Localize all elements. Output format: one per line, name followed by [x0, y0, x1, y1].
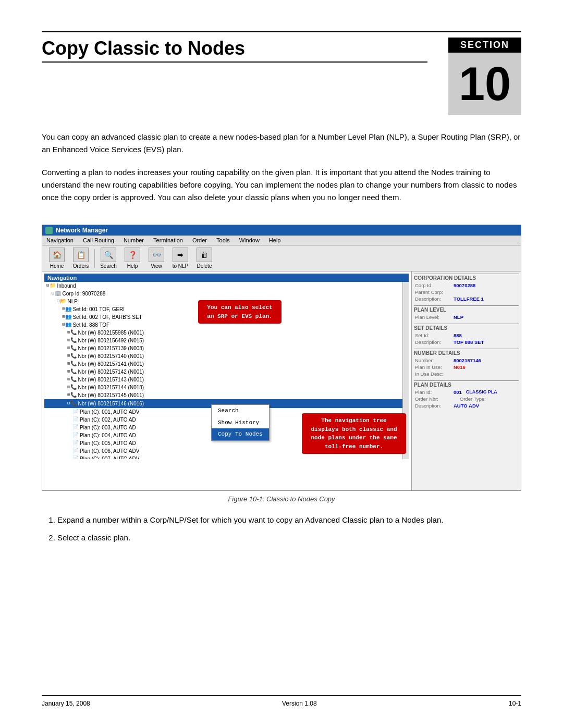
- tree-plan005-icon: 📄: [72, 439, 79, 447]
- set-desc-value: TOF 888 SET: [454, 339, 484, 345]
- footer-date: January 15, 2008: [42, 700, 90, 707]
- search-icon: 🔍: [101, 248, 116, 262]
- tree-area[interactable]: ⊟ 📁 Inbound ⊟ 🏢 Corp Id: 90070288 ⊟ 📂: [44, 282, 409, 459]
- tree-plan007[interactable]: 📄 Plan (C): 007, AUTO ADV: [44, 455, 409, 459]
- tree-nbr7139[interactable]: ⊞ 📞 Nbr (W) 8002157139 (N008): [44, 344, 409, 352]
- plan-in-use-label: Plan In Use:: [415, 364, 451, 370]
- set-id-label: Set Id:: [415, 332, 451, 338]
- tree-nbr7145[interactable]: ⊞ 📞 Nbr (W) 8002157145 (N011): [44, 391, 409, 399]
- nm-navigation-panel: Navigation ⊟ 📁 Inbound ⊟ 🏢 Corp Id: 9007…: [42, 272, 411, 490]
- page: Copy Classic to Nodes SECTION 10 You can…: [0, 0, 563, 728]
- set-id-value: 888: [454, 332, 462, 338]
- callout-nav-container: The navigation tree displays both classi…: [302, 413, 406, 454]
- number-row: Number: 8002157146: [414, 357, 519, 364]
- plan-details-section: PLAN DETAILS Plan Id: 001 CLASSIC PLA Or…: [414, 380, 519, 409]
- exp-nlp: ⊟: [57, 298, 59, 305]
- tonlp-label: to NLP: [173, 263, 189, 269]
- in-use-desc-label: In Use Desc:: [415, 371, 451, 377]
- tree-nbr7144[interactable]: ⊞ 📞 Nbr (W) 8002157144 (N018): [44, 384, 409, 391]
- set-desc-label: Description:: [415, 339, 451, 345]
- home-icon: 🏠: [49, 248, 65, 262]
- toolbar-separator-1: [94, 249, 95, 268]
- exp-set001: ⊞: [62, 306, 65, 313]
- tree-nbr7143[interactable]: ⊞ 📞 Nbr (W) 8002157143 (N001): [44, 376, 409, 384]
- plan-in-use-value: N016: [454, 364, 466, 370]
- tree-nbr7142[interactable]: ⊞ 📞 Nbr (W) 8002157142 (N001): [44, 368, 409, 376]
- exp-nbr7140: ⊞: [67, 353, 70, 360]
- search-label: Search: [100, 263, 117, 269]
- context-search[interactable]: Search: [212, 405, 269, 417]
- menu-order[interactable]: Order: [190, 236, 209, 244]
- tree-nbr7141[interactable]: ⊞ 📞 Nbr (W) 8002157141 (N001): [44, 360, 409, 368]
- context-copy-to-nodes[interactable]: Copy To Nodes: [212, 428, 269, 440]
- exp-nbr7144: ⊞: [67, 384, 70, 391]
- tree-nbr7141-icon: 📞: [70, 360, 77, 368]
- section-number: 10: [448, 53, 521, 115]
- number-label: Number:: [415, 357, 451, 363]
- menu-tools[interactable]: Tools: [214, 236, 232, 244]
- set-details-header: SET DETAILS: [414, 324, 519, 331]
- screenshot-container: Network Manager Navigation Call Routing …: [42, 225, 521, 491]
- tree-corp[interactable]: ⊟ 🏢 Corp Id: 90070288: [44, 290, 409, 298]
- toolbar-view[interactable]: 👓 View: [146, 248, 167, 269]
- menu-termination[interactable]: Termination: [151, 236, 185, 244]
- menu-number[interactable]: Number: [121, 236, 146, 244]
- menu-help[interactable]: Help: [267, 236, 283, 244]
- tree-nbr5985[interactable]: ⊞ 📞 Nbr (W) 8002155985 (N001): [44, 329, 409, 337]
- tree-nbr5985-icon: 📞: [70, 329, 77, 337]
- exp-nbr7141: ⊞: [67, 361, 70, 368]
- tree-nbr6492[interactable]: ⊞ 📞 Nbr (W) 8002156492 (N015): [44, 337, 409, 344]
- tree-inbound[interactable]: ⊟ 📁 Inbound: [44, 282, 409, 290]
- exp-nbr5985: ⊞: [67, 329, 70, 337]
- number-value: 8002157146: [454, 357, 481, 363]
- help-icon: ❓: [125, 248, 140, 262]
- corp-desc-value: TOLLFREE 1: [454, 296, 484, 302]
- callout-select-bubble: You can also select an SRP or EVS plan.: [198, 300, 282, 324]
- help-label: Help: [127, 263, 138, 269]
- toolbar-help[interactable]: ❓ Help: [122, 248, 143, 269]
- menu-navigation[interactable]: Navigation: [44, 236, 76, 244]
- nm-app-icon: [45, 227, 53, 234]
- tree-plan004-label: Plan (C): 004, AUTO AD: [80, 431, 136, 439]
- menu-window[interactable]: Window: [237, 236, 262, 244]
- number-details-header: NUMBER DETAILS: [414, 349, 519, 356]
- toolbar-delete[interactable]: 🗑 Delete: [194, 248, 215, 269]
- nm-menubar[interactable]: Navigation Call Routing Number Terminati…: [42, 236, 521, 245]
- tree-set001-label: Set Id: 001 TOF, GERI: [72, 305, 125, 313]
- toolbar-orders[interactable]: 📋 Orders: [70, 248, 91, 269]
- tree-set001-icon: 👥: [65, 305, 71, 313]
- corp-details-header: CORPORATION DETAILS: [414, 274, 519, 281]
- tonlp-icon: ➡: [173, 248, 188, 262]
- toolbar-home[interactable]: 🏠 Home: [46, 248, 67, 269]
- corp-details-section: CORPORATION DETAILS Corp Id: 90070288 Pa…: [414, 274, 519, 302]
- nm-titlebar: Network Manager: [42, 225, 521, 236]
- section-label: SECTION: [448, 38, 521, 53]
- tree-plan004-icon: 📄: [72, 431, 79, 439]
- menu-call-routing[interactable]: Call Routing: [81, 236, 116, 244]
- tree-nlp-label: NLP: [67, 298, 77, 305]
- set-desc-row: Description: TOF 888 SET: [414, 339, 519, 346]
- page-footer: January 15, 2008 Version 1.08 10-1: [42, 695, 521, 707]
- context-menu[interactable]: Search Show History Copy To Nodes: [211, 404, 270, 441]
- tree-plan003-label: Plan (C): 003, AUTO AD: [80, 424, 136, 431]
- callout-nav-text: The navigation tree displays both classi…: [311, 417, 397, 450]
- plan-level-name-value: NLP: [454, 314, 463, 320]
- plan-desc-value: AUTO ADV: [454, 403, 479, 409]
- exp-nbr6492: ⊞: [67, 337, 70, 344]
- context-show-history[interactable]: Show History: [212, 417, 269, 429]
- corp-id-label: Corp Id:: [415, 282, 451, 288]
- exp-set888: ⊟: [62, 322, 65, 329]
- figure-caption: Figure 10-1: Classic to Nodes Copy: [42, 495, 521, 503]
- tree-plan002-label: Plan (C): 002, AUTO AD: [80, 416, 136, 424]
- exp-nbr7145: ⊞: [67, 392, 70, 399]
- tree-nbr7140[interactable]: ⊞ 📞 Nbr (W) 8002157140 (N001): [44, 352, 409, 360]
- plan-id-value: 001: [454, 389, 462, 395]
- tree-nbr7139-label: Nbr (W) 8002157139 (N008): [78, 344, 144, 352]
- toolbar-tonlp[interactable]: ➡ to NLP: [170, 248, 191, 269]
- corp-id-row: Corp Id: 90070288: [414, 282, 519, 289]
- toolbar-search[interactable]: 🔍 Search: [98, 248, 119, 269]
- tree-set888-icon: 👥: [65, 321, 71, 329]
- exp-nbr7143: ⊞: [67, 376, 70, 384]
- in-use-desc-row: In Use Desc:: [414, 371, 519, 377]
- parent-corp-label: Parent Corp:: [415, 289, 451, 295]
